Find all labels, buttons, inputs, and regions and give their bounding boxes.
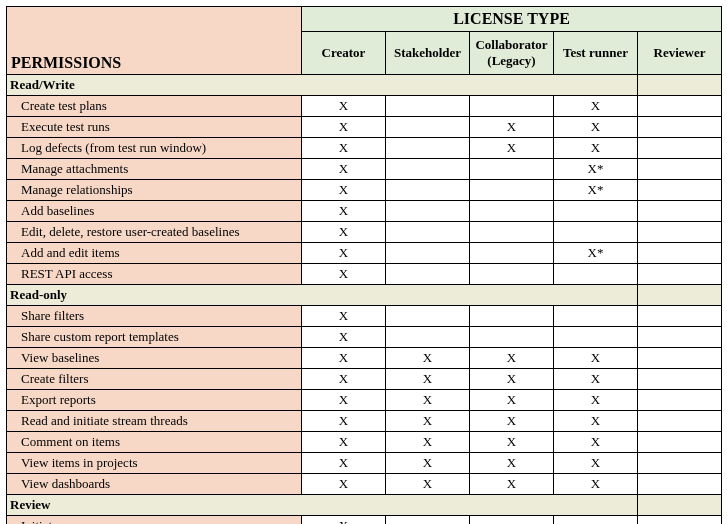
mark-cell: X — [302, 222, 386, 243]
perm-label: Manage attachments — [7, 159, 302, 180]
mark-cell: X — [554, 411, 638, 432]
mark-cell — [470, 159, 554, 180]
table-row: Edit, delete, restore user-created basel… — [7, 222, 722, 243]
mark-cell — [638, 327, 722, 348]
mark-cell: X — [302, 159, 386, 180]
perm-label: Execute test runs — [7, 117, 302, 138]
mark-cell — [386, 159, 470, 180]
perm-label: Share filters — [7, 306, 302, 327]
mark-cell — [554, 222, 638, 243]
mark-cell — [638, 453, 722, 474]
mark-cell: X — [302, 138, 386, 159]
table-row: Manage attachmentsXX* — [7, 159, 722, 180]
header-license-type: LICENSE TYPE — [302, 7, 722, 32]
mark-cell — [470, 243, 554, 264]
table-row: Share custom report templatesX — [7, 327, 722, 348]
mark-cell: X — [302, 516, 386, 525]
mark-cell — [638, 201, 722, 222]
table-row: Share filtersX — [7, 306, 722, 327]
mark-cell: X — [302, 201, 386, 222]
perm-label: Create test plans — [7, 96, 302, 117]
section-0-right — [638, 75, 722, 96]
table-row: Manage relationshipsXX* — [7, 180, 722, 201]
mark-cell: X — [470, 390, 554, 411]
table-row: InitiateX — [7, 516, 722, 525]
mark-cell: X — [302, 306, 386, 327]
mark-cell: X — [386, 453, 470, 474]
permissions-table: PERMISSIONSLICENSE TYPECreatorStakeholde… — [6, 6, 722, 524]
perm-label: Add and edit items — [7, 243, 302, 264]
mark-cell: X — [554, 369, 638, 390]
mark-cell — [554, 264, 638, 285]
table-row: View dashboardsXXXX — [7, 474, 722, 495]
mark-cell — [386, 96, 470, 117]
mark-cell: X — [302, 327, 386, 348]
section-1-title: Read-only — [7, 285, 638, 306]
mark-cell: X — [386, 390, 470, 411]
mark-cell: X* — [554, 180, 638, 201]
mark-cell — [638, 96, 722, 117]
mark-cell — [386, 306, 470, 327]
mark-cell: X — [554, 138, 638, 159]
perm-label: Comment on items — [7, 432, 302, 453]
mark-cell — [386, 180, 470, 201]
mark-cell: X — [302, 264, 386, 285]
table-row: Execute test runsXXX — [7, 117, 722, 138]
section-2-right — [638, 495, 722, 516]
table-row: View baselinesXXXX — [7, 348, 722, 369]
mark-cell: X — [470, 432, 554, 453]
header-col-3: Test runner — [554, 32, 638, 75]
mark-cell — [470, 180, 554, 201]
mark-cell: X — [554, 474, 638, 495]
mark-cell: X — [302, 474, 386, 495]
perm-label: Share custom report templates — [7, 327, 302, 348]
mark-cell: X — [470, 453, 554, 474]
mark-cell: X — [554, 348, 638, 369]
table-row: Read and initiate stream threadsXXXX — [7, 411, 722, 432]
mark-cell — [470, 96, 554, 117]
mark-cell: X* — [554, 159, 638, 180]
mark-cell — [638, 411, 722, 432]
mark-cell — [470, 327, 554, 348]
mark-cell: X — [554, 453, 638, 474]
mark-cell — [554, 201, 638, 222]
mark-cell: X — [554, 390, 638, 411]
mark-cell — [470, 516, 554, 525]
mark-cell — [554, 327, 638, 348]
table-row: Comment on itemsXXXX — [7, 432, 722, 453]
mark-cell — [638, 432, 722, 453]
mark-cell — [386, 243, 470, 264]
mark-cell: X — [302, 117, 386, 138]
mark-cell — [638, 516, 722, 525]
mark-cell — [638, 180, 722, 201]
perm-label: Add baselines — [7, 201, 302, 222]
mark-cell: X — [386, 348, 470, 369]
mark-cell — [386, 201, 470, 222]
mark-cell — [554, 516, 638, 525]
perm-label: Read and initiate stream threads — [7, 411, 302, 432]
mark-cell — [638, 243, 722, 264]
mark-cell: X — [302, 180, 386, 201]
mark-cell: X — [302, 411, 386, 432]
perm-label: REST API access — [7, 264, 302, 285]
table-row: REST API accessX — [7, 264, 722, 285]
perm-label: Manage relationships — [7, 180, 302, 201]
perm-label: Initiate — [7, 516, 302, 525]
mark-cell: X — [554, 96, 638, 117]
mark-cell — [638, 306, 722, 327]
mark-cell: X — [470, 138, 554, 159]
table-row: Add baselinesX — [7, 201, 722, 222]
mark-cell — [386, 327, 470, 348]
mark-cell: X — [302, 369, 386, 390]
mark-cell — [386, 117, 470, 138]
perm-label: View baselines — [7, 348, 302, 369]
mark-cell — [386, 516, 470, 525]
header-permissions: PERMISSIONS — [7, 7, 302, 75]
header-col-1: Stakeholder — [386, 32, 470, 75]
mark-cell — [638, 390, 722, 411]
mark-cell: X — [386, 411, 470, 432]
mark-cell — [638, 117, 722, 138]
perm-label: Export reports — [7, 390, 302, 411]
mark-cell — [638, 159, 722, 180]
mark-cell: X — [554, 117, 638, 138]
